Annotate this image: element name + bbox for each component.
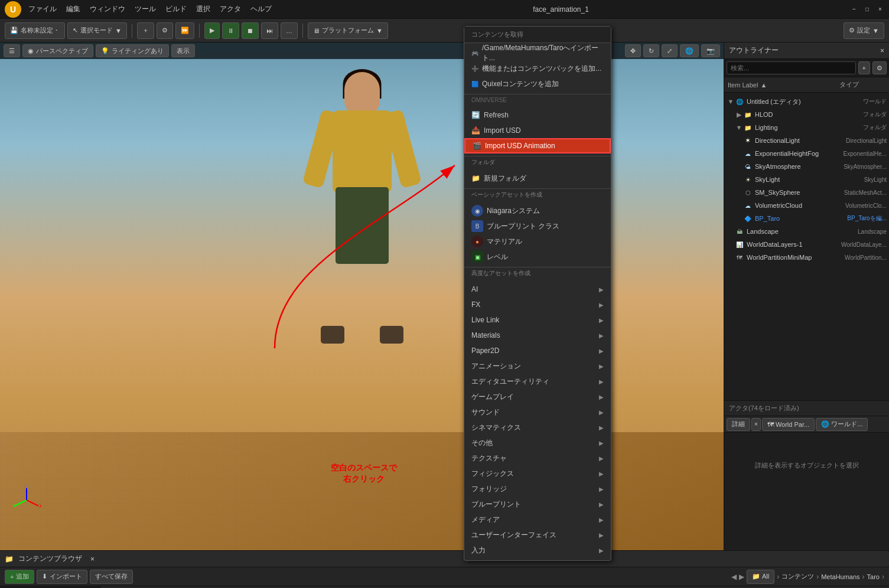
tree-item-volcloud[interactable]: ☁ VolumetricCloud VolumetricClo... xyxy=(724,199,889,212)
ctx-sound-arrow: ▶ xyxy=(599,409,604,416)
bread-taro[interactable]: Taro xyxy=(867,573,880,580)
stop-button[interactable]: ⏹ xyxy=(242,22,259,39)
save-button[interactable]: 💾 名称未設定・ xyxy=(5,22,65,39)
menu-edit[interactable]: 編集 xyxy=(66,4,80,14)
ctx-cinematic[interactable]: シネマティクス▶ xyxy=(464,420,611,435)
platform-button[interactable]: 🖥 プラットフォーム ▼ xyxy=(308,22,388,39)
ctx-sound[interactable]: サウンド▶ xyxy=(464,404,611,420)
ctx-import-usd-anim[interactable]: 🎬 Import USD Animation xyxy=(464,138,611,153)
tree-item-untitled[interactable]: ▼ 🌐 Untitled (エディタ) ワールド xyxy=(724,95,889,108)
show-button[interactable]: 表示 xyxy=(171,44,195,57)
back-button[interactable]: ◀ xyxy=(731,573,737,581)
settings-button[interactable]: ⚙ 設定 ▼ xyxy=(844,22,884,39)
vp-scale-button[interactable]: ⤢ xyxy=(662,44,678,57)
ctx-new-folder[interactable]: 📁 新規フォルダ xyxy=(464,171,611,186)
ctx-animation[interactable]: アニメーション▶ xyxy=(464,358,611,374)
col-label-header[interactable]: Item Label ▲ xyxy=(724,81,836,89)
hamburger-button[interactable]: ☰ xyxy=(4,44,20,57)
menu-actor[interactable]: アクタ xyxy=(220,4,241,14)
pause-button[interactable]: ⏸ xyxy=(222,22,239,39)
lighting-button[interactable]: 💡 ライティングあり xyxy=(96,44,169,57)
vp-rotate-button[interactable]: ↻ xyxy=(643,44,659,57)
ctx-material[interactable]: ● マテリアル xyxy=(464,234,611,249)
maximize-button[interactable]: □ xyxy=(863,5,871,14)
perspective-button[interactable]: ◉ パースペクティブ xyxy=(22,44,93,57)
ctx-texture-label: テクスチャ xyxy=(471,453,507,463)
mode-button[interactable]: ↖ 選択モード ▼ xyxy=(67,22,127,39)
tree-item-bptaro[interactable]: 🔷 BP_Taro BP_Taroを編... xyxy=(724,212,889,225)
tree-item-heightfog[interactable]: ☁ ExponentialHeightFog ExponentialHe... xyxy=(724,147,889,160)
ctx-livelink[interactable]: Live Link▶ xyxy=(464,312,611,328)
ctx-materials[interactable]: Materials▶ xyxy=(464,328,611,343)
tree-item-skylight[interactable]: ☀ SkyLight SkyLight xyxy=(724,173,889,186)
outliner-settings-button[interactable]: ⚙ xyxy=(872,61,887,74)
ctx-physics[interactable]: フィジックス▶ xyxy=(464,466,611,481)
minimize-button[interactable]: − xyxy=(850,5,858,14)
add-button[interactable]: ＋ xyxy=(137,22,154,39)
ctx-import-usd[interactable]: 📥 Import USD xyxy=(464,123,611,138)
more-button[interactable]: … xyxy=(281,22,298,39)
col-type-header[interactable]: タイプ xyxy=(836,80,889,89)
viewport[interactable]: ☰ ◉ パースペクティブ 💡 ライティングあり 表示 ✥ ↻ ⤢ 🌐 📷 xyxy=(0,43,724,550)
all-btn[interactable]: 📁 All xyxy=(747,570,774,584)
ctx-foliage[interactable]: フォリッジ▶ xyxy=(464,481,611,496)
outliner-tree[interactable]: ▼ 🌐 Untitled (エディタ) ワールド ▶ 📁 HLOD フォルダ ▼… xyxy=(724,93,889,400)
world-tab[interactable]: 🌐 ワールド... xyxy=(816,418,868,431)
tree-item-lighting[interactable]: ▼ 📁 Lighting フォルダ xyxy=(724,121,889,134)
ctx-add-feature[interactable]: ➕ 機能またはコンテンツパックを追加... xyxy=(464,61,611,76)
ctx-editorutil[interactable]: エディタユーティリティ▶ xyxy=(464,374,611,389)
vp-move-button[interactable]: ✥ xyxy=(625,44,641,57)
menu-help[interactable]: ヘルプ xyxy=(250,4,272,14)
main-area: ☰ ◉ パースペクティブ 💡 ライティングあり 表示 ✥ ↻ ⤢ 🌐 📷 xyxy=(0,43,889,550)
menu-tools[interactable]: ツール xyxy=(135,4,156,14)
ctx-input[interactable]: 入力▶ xyxy=(464,543,611,558)
tree-item-worlddata[interactable]: 📊 WorldDataLayers-1 WorldDataLaye... xyxy=(724,238,889,251)
bread-content[interactable]: コンテンツ xyxy=(781,572,814,581)
skip-button[interactable]: ⏭ xyxy=(261,22,278,39)
menu-file[interactable]: ファイル xyxy=(28,4,57,14)
ctx-media[interactable]: メディア▶ xyxy=(464,512,611,527)
forward-button[interactable]: ▶ xyxy=(739,573,744,581)
worldpar-tab[interactable]: 🗺 World Par... xyxy=(762,418,815,431)
details-tab[interactable]: 詳細 xyxy=(727,418,750,431)
ctx-ai[interactable]: AI▶ xyxy=(464,282,611,297)
tree-item-hlod[interactable]: ▶ 📁 HLOD フォルダ xyxy=(724,108,889,121)
tree-item-skysphere[interactable]: ⬡ SM_SkySphere StaticMeshAct... xyxy=(724,186,889,199)
cb-close-button[interactable]: × xyxy=(90,555,95,563)
outliner-close-button[interactable]: × xyxy=(880,47,884,55)
ctx-blueprint2[interactable]: ブループリント▶ xyxy=(464,496,611,512)
play-button[interactable]: ▶ xyxy=(204,22,220,39)
outliner-add-button[interactable]: + xyxy=(858,61,870,74)
ctx-niagara[interactable]: ◉ Niagaraシステム xyxy=(464,203,611,218)
tree-item-skyatm[interactable]: 🌤 SkyAtmosphere SkyAtmospher... xyxy=(724,160,889,173)
menu-window[interactable]: ウィンドウ xyxy=(90,4,125,14)
tree-item-directionallight[interactable]: ✶ DirectionalLight DirectionalLight xyxy=(724,134,889,147)
save-all-button[interactable]: すべて保存 xyxy=(90,570,133,584)
ctx-fx[interactable]: FX▶ xyxy=(464,297,611,312)
bread-metahumans[interactable]: MetaHumans xyxy=(821,573,859,580)
ctx-refresh[interactable]: 🔄 Refresh xyxy=(464,107,611,123)
ctx-other[interactable]: その他▶ xyxy=(464,435,611,450)
ctx-paper2d[interactable]: Paper2D▶ xyxy=(464,343,611,358)
menu-build[interactable]: ビルド xyxy=(165,4,187,14)
menu-select[interactable]: 選択 xyxy=(196,4,210,14)
ctx-texture[interactable]: テクスチャ▶ xyxy=(464,450,611,466)
ctx-ui[interactable]: ユーザーインターフェイス▶ xyxy=(464,527,611,543)
vp-world-button[interactable]: 🌐 xyxy=(680,44,699,57)
ctx-gameplay[interactable]: ゲームプレイ▶ xyxy=(464,389,611,404)
ctx-game-icon: 🎮 xyxy=(471,50,478,57)
detail-close-button[interactable]: × xyxy=(751,418,761,431)
ctx-import-metahumans[interactable]: 🎮 /Game/MetaHumans/Taroへインポート... xyxy=(464,45,611,61)
vp-camera-button[interactable]: 📷 xyxy=(701,44,720,57)
tree-item-worldpart[interactable]: 🗺 WorldPartitionMiniMap WorldPartition..… xyxy=(724,251,889,264)
settings2-button[interactable]: ⚙ xyxy=(157,22,173,39)
outliner-search-input[interactable] xyxy=(727,61,856,74)
ctx-level[interactable]: ▣ レベル xyxy=(464,249,611,264)
close-button[interactable]: × xyxy=(876,5,884,14)
add-content-button[interactable]: + 追加 xyxy=(5,570,34,584)
ctx-blueprint[interactable]: B ブループリント クラス xyxy=(464,218,611,234)
ctx-quixel[interactable]: 🟦 Quixelコンテンツを追加 xyxy=(464,76,611,92)
tree-item-landscape[interactable]: 🏔 Landscape Landscape xyxy=(724,225,889,238)
anim-button[interactable]: ⏩ xyxy=(175,22,194,39)
import-button[interactable]: ⬇ インポート xyxy=(37,570,87,584)
